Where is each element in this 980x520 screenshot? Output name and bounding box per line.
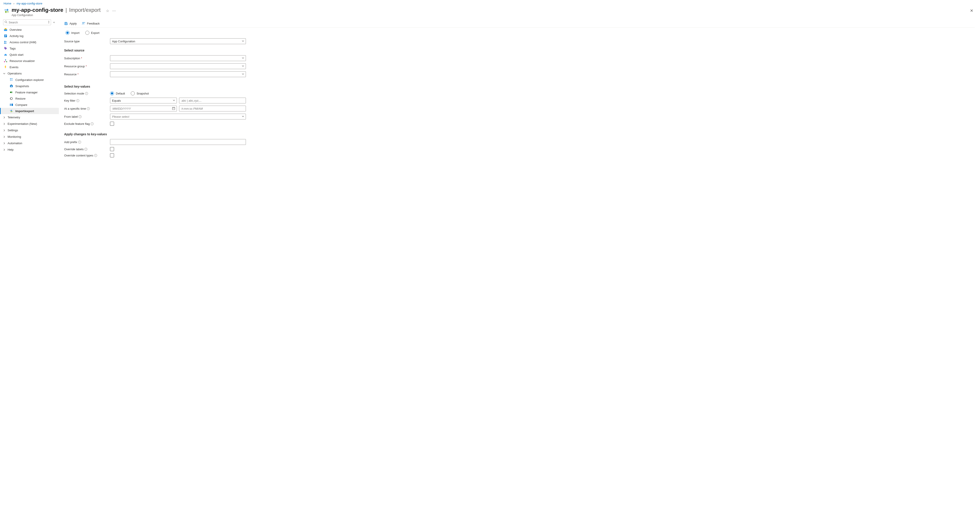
feedback-command[interactable]: Feedback: [82, 22, 100, 25]
label-override-labels: Override labels i: [64, 148, 110, 151]
sidebar-group-label: Automation: [8, 142, 22, 145]
info-icon[interactable]: i: [79, 115, 81, 118]
more-actions-icon[interactable]: ⋯: [112, 9, 116, 13]
search-icon: [5, 21, 8, 24]
activity-log-icon: [4, 34, 7, 38]
time-field[interactable]: [181, 107, 244, 110]
sidebar-search[interactable]: [3, 19, 51, 25]
sidebar-item-iam[interactable]: Access control (IAM): [0, 39, 59, 45]
favorite-star-icon[interactable]: ☆: [106, 9, 109, 13]
breadcrumb-home[interactable]: Home: [3, 2, 11, 5]
add-prefix-field[interactable]: [112, 140, 244, 144]
source-type-select[interactable]: App Configuration: [110, 38, 246, 44]
sidebar-item-activity-log[interactable]: Activity log: [0, 33, 59, 39]
info-icon[interactable]: i: [91, 122, 94, 125]
resource-select[interactable]: [110, 71, 246, 77]
info-icon[interactable]: i: [94, 154, 97, 157]
chevron-right-icon: [3, 136, 6, 138]
sidebar-item-snapshots[interactable]: Snapshots: [0, 83, 59, 89]
override-content-types-checkbox[interactable]: [110, 153, 114, 157]
sidebar-group-settings[interactable]: Settings: [0, 127, 59, 134]
add-prefix-input[interactable]: [110, 139, 246, 145]
import-export-icon: [3, 8, 10, 14]
sidebar-group-label: Monitoring: [8, 135, 21, 139]
label-resource: Resource*: [64, 73, 110, 76]
sidebar-item-tags[interactable]: Tags: [0, 45, 59, 51]
breadcrumb-resource[interactable]: my-app-config-store: [16, 2, 42, 5]
subscription-select[interactable]: [110, 55, 246, 61]
svg-rect-24: [10, 104, 11, 106]
sidebar-item-compare[interactable]: Compare: [0, 102, 59, 108]
info-icon[interactable]: i: [85, 92, 88, 95]
restore-icon: [10, 97, 13, 100]
from-label-select[interactable]: Please select: [110, 114, 246, 120]
chevron-down-icon: [242, 115, 244, 118]
breadcrumb: Home › my-app-config-store: [0, 0, 980, 6]
section-select-source: Select source: [64, 49, 975, 52]
section-select-key-values: Select key-values: [64, 85, 975, 88]
mode-radio-group: Import Export: [65, 31, 975, 35]
svg-point-10: [5, 48, 5, 48]
svg-rect-27: [65, 24, 67, 25]
info-icon[interactable]: i: [87, 107, 90, 110]
date-field[interactable]: [112, 107, 175, 110]
svg-rect-25: [11, 104, 13, 106]
sidebar-group-experimentation[interactable]: Experimentation (New): [0, 121, 59, 127]
sidebar-group-telemetry[interactable]: Telemetry: [0, 114, 59, 121]
save-icon: [64, 22, 68, 25]
radio-export[interactable]: Export: [85, 31, 100, 35]
key-filter-input[interactable]: [181, 99, 244, 102]
select-value: App Configuration: [112, 40, 135, 43]
sidebar-item-events[interactable]: Events: [0, 64, 59, 70]
sidebar-item-restore[interactable]: Restore: [0, 96, 59, 102]
sidebar-group-help[interactable]: Help: [0, 147, 59, 153]
chevron-down-icon: [242, 73, 244, 75]
select-value: Equals: [112, 99, 121, 102]
sidebar-group-monitoring[interactable]: Monitoring: [0, 134, 59, 140]
radio-label: Export: [91, 31, 100, 35]
resource-group-select[interactable]: [110, 63, 246, 69]
override-labels-checkbox[interactable]: [110, 147, 114, 151]
page-section: Import/export: [69, 7, 100, 13]
radio-selection-default[interactable]: Default: [110, 91, 125, 96]
apply-command[interactable]: Apply: [64, 22, 77, 25]
sidebar-item-label: Tags: [10, 47, 16, 50]
key-filter-value-input[interactable]: [179, 97, 246, 104]
sidebar-item-import-export[interactable]: Import/export: [0, 108, 59, 114]
collapse-sidebar-icon[interactable]: «: [52, 20, 56, 25]
sidebar-item-resource-visualizer[interactable]: Resource visualizer: [0, 58, 59, 64]
sidebar-group-label: Experimentation (New): [8, 122, 37, 126]
label-resource-group: Resource group*: [64, 65, 110, 68]
sidebar-group-automation[interactable]: Automation: [0, 140, 59, 147]
sidebar-search-input[interactable]: [3, 21, 51, 24]
chevron-down-icon: [242, 57, 244, 59]
close-button[interactable]: ✕: [968, 7, 975, 14]
chevron-right-icon: [3, 129, 6, 131]
svg-rect-2: [4, 29, 7, 31]
label-exclude-feature-flag: Exclude feature flag i: [64, 122, 110, 126]
svg-rect-18: [11, 80, 13, 81]
date-input[interactable]: [110, 106, 177, 112]
label-key-filter: Key filter i: [64, 99, 110, 102]
command-bar: Apply Feedback: [64, 19, 975, 28]
info-icon[interactable]: i: [84, 148, 87, 151]
info-icon[interactable]: i: [76, 99, 79, 102]
sort-icon[interactable]: [48, 21, 50, 23]
calendar-icon[interactable]: [172, 107, 175, 110]
radio-import[interactable]: Import: [65, 31, 80, 35]
chevron-right-icon: [3, 149, 6, 151]
sidebar-item-quick-start[interactable]: Quick start: [0, 51, 59, 58]
sidebar-item-feature-manager[interactable]: Feature manager: [0, 89, 59, 96]
quick-start-icon: [4, 53, 7, 56]
time-input[interactable]: [179, 106, 246, 112]
sidebar-item-label: Activity log: [10, 34, 23, 38]
info-icon[interactable]: i: [78, 140, 81, 144]
sidebar-group-operations[interactable]: Operations: [0, 70, 59, 77]
svg-point-23: [11, 92, 13, 93]
radio-selection-snapshot[interactable]: Snapshot: [131, 91, 149, 96]
key-filter-operator-select[interactable]: Equals: [110, 97, 177, 104]
command-label: Apply: [70, 22, 77, 25]
sidebar-item-configuration-explorer[interactable]: Configuration explorer: [0, 77, 59, 83]
exclude-feature-flag-checkbox[interactable]: [110, 122, 114, 126]
sidebar-item-overview[interactable]: Overview: [0, 27, 59, 33]
